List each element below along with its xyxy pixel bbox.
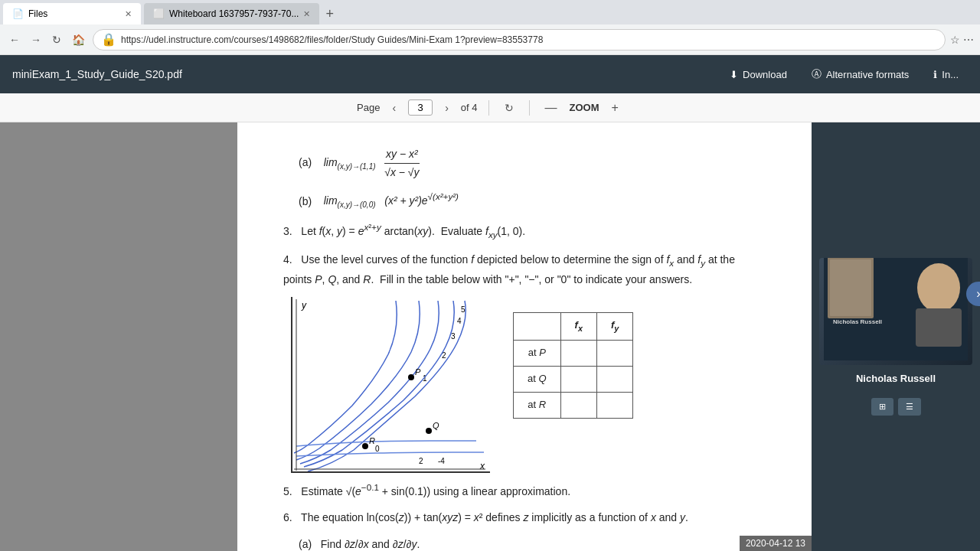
problem-3-number: 3. bbox=[283, 225, 298, 237]
next-page-button[interactable]: › bbox=[440, 100, 453, 116]
panel-action-buttons: ⊞ ☰ bbox=[871, 398, 921, 416]
problem-6a-label: (a) bbox=[299, 538, 318, 550]
panel-button-2[interactable]: ☰ bbox=[898, 398, 921, 416]
alt-formats-icon: Ⓐ bbox=[812, 67, 822, 81]
zoom-label: ZOOM bbox=[570, 102, 599, 113]
svg-point-19 bbox=[917, 263, 960, 312]
tab-whiteboard-label: Whiteboard 1637957-7937-70... bbox=[169, 8, 299, 19]
table-cell-Q-fy bbox=[596, 366, 632, 392]
page-navigation: Page ‹ › of 4 ↻ — ZOOM + bbox=[0, 93, 980, 122]
toolbar-right-panel: ⬇ Download Ⓐ Alternative formats ℹ In... bbox=[720, 63, 968, 86]
info-button[interactable]: ℹ In... bbox=[924, 64, 968, 85]
problem-5-text: Estimate √(e−0.1 + sin(0.1)) using a lin… bbox=[301, 485, 570, 497]
back-button[interactable]: ← bbox=[6, 31, 23, 49]
separator2 bbox=[529, 100, 530, 116]
table-cell-R-fy bbox=[596, 392, 632, 418]
table-header-fy: fy bbox=[596, 313, 632, 341]
refresh-button[interactable]: ↻ bbox=[49, 31, 64, 49]
page-label: Page bbox=[357, 102, 380, 113]
problem-6a-text: Find ∂z/∂x and ∂z/∂y. bbox=[321, 538, 420, 550]
table-cell-R-fx bbox=[560, 392, 596, 418]
problem-3-text: Let f(x, y) = ex²+y arctan(xy). Evaluate… bbox=[301, 225, 525, 237]
separator bbox=[488, 100, 489, 116]
presenter-silhouette: Nicholas Russell bbox=[824, 258, 968, 360]
nav-bar: ← → ↻ 🏠 🔒 ☆ ⋯ bbox=[0, 24, 980, 55]
address-input[interactable] bbox=[121, 34, 937, 45]
refresh-page-button[interactable]: ↻ bbox=[500, 100, 518, 116]
problem-2b-math: lim(x,y)→(0,0) (x² + y²)e√(x²+y²) bbox=[324, 194, 459, 207]
svg-text:5: 5 bbox=[461, 305, 466, 314]
panel-button-1[interactable]: ⊞ bbox=[871, 398, 893, 416]
problem-6-number: 6. bbox=[283, 511, 298, 523]
zoom-in-button[interactable]: + bbox=[607, 99, 623, 116]
problem-6: 6. The equation ln(cos(z)) + tan(xyz) = … bbox=[283, 509, 766, 526]
problem-5: 5. Estimate √(e−0.1 + sin(0.1)) using a … bbox=[283, 481, 766, 500]
problem-6a: (a) Find ∂z/∂x and ∂z/∂y. bbox=[299, 536, 766, 551]
table-cell-P-fx bbox=[560, 341, 596, 367]
zoom-out-button[interactable]: — bbox=[541, 99, 562, 116]
svg-text:4: 4 bbox=[457, 317, 462, 325]
app-toolbar: miniExam_1_Study_Guide_S20.pdf ⬇ Downloa… bbox=[0, 55, 980, 93]
svg-text:Nicholas Russell: Nicholas Russell bbox=[833, 318, 882, 325]
download-button[interactable]: ⬇ Download bbox=[720, 64, 796, 85]
alternative-formats-button[interactable]: Ⓐ Alternative formats bbox=[802, 63, 918, 86]
table-cell-P-fy bbox=[596, 341, 632, 367]
forward-button[interactable]: → bbox=[28, 31, 44, 49]
tab-whiteboard-favicon: ⬜ bbox=[153, 8, 165, 19]
bookmark-icon[interactable]: ☆ bbox=[950, 34, 960, 46]
page-of-total: of 4 bbox=[461, 102, 478, 113]
problem-5-number: 5. bbox=[283, 485, 298, 497]
download-label: Download bbox=[743, 69, 787, 80]
page-number-input[interactable] bbox=[408, 99, 433, 116]
svg-point-10 bbox=[408, 374, 414, 380]
nav-icons-right: ☆ ⋯ bbox=[950, 34, 974, 46]
svg-text:x: x bbox=[479, 461, 485, 471]
problem-2b: (b) lim(x,y)→(0,0) (x² + y²)e√(x²+y²) bbox=[283, 191, 766, 211]
presenter-video: Nicholas Russell bbox=[819, 258, 972, 365]
prev-page-button[interactable]: ‹ bbox=[387, 100, 400, 116]
table-cell-atp: at P bbox=[514, 341, 561, 367]
tab-bar: 📄 Files ✕ ⬜ Whiteboard 1637957-7937-70..… bbox=[0, 0, 980, 24]
svg-rect-22 bbox=[830, 259, 871, 316]
svg-text:3: 3 bbox=[451, 332, 456, 341]
tab-whiteboard[interactable]: ⬜ Whiteboard 1637957-7937-70... ✕ bbox=[144, 3, 319, 24]
level-curves-diagram: y x 5 4 3 2 1 0 2 -4 bbox=[291, 297, 490, 473]
new-tab-button[interactable]: + bbox=[319, 6, 340, 22]
info-label: In... bbox=[942, 69, 959, 80]
table-cell-Q-fx bbox=[560, 366, 596, 392]
tab-files-label: Files bbox=[28, 8, 47, 19]
svg-text:0: 0 bbox=[375, 445, 380, 453]
alt-formats-label: Alternative formats bbox=[826, 69, 909, 80]
diagram-container: y x 5 4 3 2 1 0 2 -4 bbox=[283, 297, 766, 473]
right-panel: Nicholas Russell Nicholas Russell ⊞ ☰ › bbox=[812, 122, 980, 551]
svg-text:Q: Q bbox=[433, 421, 439, 430]
problem-2a-math: lim(x,y)→(1,1) xy − x² √x − √y bbox=[324, 156, 420, 168]
svg-text:R: R bbox=[369, 436, 375, 445]
problem-3: 3. Let f(x, y) = ex²+y arctan(xy). Evalu… bbox=[283, 220, 766, 242]
svg-text:-4: -4 bbox=[438, 457, 445, 465]
home-button[interactable]: 🏠 bbox=[69, 31, 88, 49]
tab-files[interactable]: 📄 Files ✕ bbox=[3, 3, 141, 24]
table-row-R: at R bbox=[514, 392, 633, 418]
browser-chrome: 📄 Files ✕ ⬜ Whiteboard 1637957-7937-70..… bbox=[0, 0, 980, 55]
problem-2b-content: (b) lim(x,y)→(0,0) (x² + y²)e√(x²+y²) bbox=[299, 191, 766, 211]
table-cell-atr: at R bbox=[514, 392, 561, 418]
lock-icon: 🔒 bbox=[101, 32, 116, 47]
svg-rect-20 bbox=[916, 308, 962, 347]
pdf-page: (a) lim(x,y)→(1,1) xy − x² √x − √y (b) bbox=[237, 122, 812, 551]
tab-files-favicon: 📄 bbox=[12, 8, 24, 19]
svg-text:y: y bbox=[301, 300, 307, 311]
svg-point-12 bbox=[426, 428, 432, 434]
menu-icon[interactable]: ⋯ bbox=[963, 34, 974, 46]
tab-files-close[interactable]: ✕ bbox=[125, 9, 132, 19]
tab-whiteboard-close[interactable]: ✕ bbox=[303, 9, 310, 19]
problem-2b-label: (b) bbox=[299, 194, 321, 207]
table-header-fx: fx bbox=[560, 313, 596, 341]
address-bar[interactable]: 🔒 bbox=[93, 29, 946, 51]
pdf-viewer[interactable]: (a) lim(x,y)→(1,1) xy − x² √x − √y (b) bbox=[0, 122, 812, 551]
svg-text:2: 2 bbox=[419, 457, 423, 465]
table-row-P: at P bbox=[514, 341, 633, 367]
svg-point-14 bbox=[362, 443, 368, 449]
video-feed: Nicholas Russell bbox=[819, 258, 972, 365]
sign-table: fx fy at P at Q bbox=[513, 312, 633, 418]
